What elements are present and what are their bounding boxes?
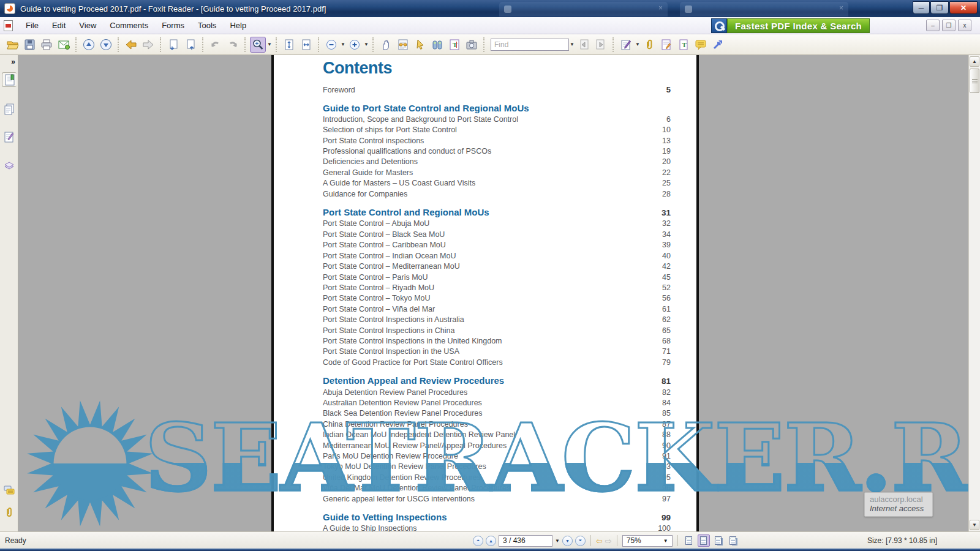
next-page-button[interactable]: ▼: [562, 536, 573, 546]
select-annotation-button[interactable]: [412, 37, 428, 53]
facing-layout-button[interactable]: [712, 534, 725, 547]
first-page-view-button[interactable]: [165, 37, 181, 53]
toc-row: Australian Detention Review Panel Proced…: [323, 398, 671, 408]
document-restore-button[interactable]: ❐: [942, 20, 956, 31]
zoom-tool-button[interactable]: [250, 37, 266, 53]
annotate-dropdown[interactable]: ▼: [635, 42, 641, 47]
last-page-view-button[interactable]: [183, 37, 198, 53]
toc-row: General Guide for Masters 22: [323, 168, 671, 178]
continuous-facing-layout-button[interactable]: [727, 534, 739, 547]
toc-entry-page: 81: [662, 376, 671, 386]
snapshot-button[interactable]: [464, 37, 480, 53]
previous-page-button[interactable]: ▲: [486, 536, 496, 546]
menu-item[interactable]: File: [19, 18, 45, 32]
sidebar-expand-icon[interactable]: »: [11, 58, 15, 66]
ghost-browser-tab: ×: [680, 2, 848, 17]
fit-width-button[interactable]: [298, 37, 314, 53]
scroll-down-button[interactable]: ▼: [970, 520, 979, 530]
zoom-tool-dropdown[interactable]: ▼: [266, 42, 273, 47]
page-number-field[interactable]: [499, 535, 552, 547]
next-page-button[interactable]: [98, 37, 114, 53]
toc-entry-label: Abuja Detention Review Panel Procedures: [323, 388, 473, 398]
find-dropdown[interactable]: ▼: [569, 42, 575, 47]
network-tooltip: aulaccorp.local Internet access: [864, 492, 933, 517]
select-text-button[interactable]: [395, 37, 411, 53]
toc-entry-label: United Kingdom Detention Review Procedur…: [323, 473, 487, 483]
toc-entry-label: Port State Control Inspections in Austra…: [323, 315, 470, 325]
save-button[interactable]: [21, 37, 37, 53]
undo-button[interactable]: [208, 37, 224, 53]
previous-page-button[interactable]: [81, 37, 97, 53]
text-viewer-button[interactable]: T: [447, 37, 462, 53]
zoom-level-field[interactable]: 75% ▼: [622, 535, 673, 547]
last-page-button[interactable]: ⏷: [575, 536, 586, 546]
hand-tool-button[interactable]: [378, 37, 394, 53]
restore-button[interactable]: ❐: [930, 1, 949, 14]
comment-bubble-button[interactable]: [693, 37, 709, 53]
print-button[interactable]: [39, 37, 55, 53]
attachments-panel-button[interactable]: [2, 505, 17, 520]
toc-entry-label: A Guide for Masters – US Coast Guard Vis…: [323, 178, 481, 189]
go-forward-button[interactable]: [140, 37, 156, 53]
attach-file-button[interactable]: [641, 37, 657, 53]
toc-entry-page: 85: [662, 408, 671, 419]
menu-item[interactable]: View: [72, 18, 103, 32]
typewriter-button[interactable]: T: [676, 37, 692, 53]
open-button[interactable]: [4, 37, 20, 53]
toc-entry-page: 62: [662, 315, 671, 325]
toc-row: Tokyo MoU Detention Review Panel Procedu…: [323, 462, 671, 472]
find-next-button[interactable]: [593, 37, 609, 53]
document-canvas[interactable]: Contents Foreword 5 Guide to Port State …: [18, 55, 968, 531]
redo-button[interactable]: [225, 37, 241, 53]
page-dropdown-icon[interactable]: ▼: [555, 538, 560, 544]
menu-item[interactable]: Tools: [191, 18, 223, 32]
document-close-button[interactable]: x: [958, 20, 971, 31]
toc-row: Port State Control inspections 13: [323, 136, 671, 146]
document-minimize-button[interactable]: –: [926, 20, 940, 31]
search-button[interactable]: [429, 37, 445, 53]
network-name: aulaccorp.local: [870, 495, 927, 504]
next-view-button[interactable]: ⇨: [605, 537, 612, 545]
scroll-up-button[interactable]: ▲: [970, 56, 979, 67]
zoom-in-button[interactable]: [347, 37, 363, 53]
email-button[interactable]: [56, 37, 72, 53]
go-back-button[interactable]: [123, 37, 139, 53]
minimize-button[interactable]: ─: [913, 1, 930, 14]
zoom-out-dropdown[interactable]: ▼: [340, 42, 346, 47]
vertical-scrollbar[interactable]: ▲ ▼: [968, 55, 980, 531]
fit-page-button[interactable]: [281, 37, 297, 53]
layers-panel-button[interactable]: [2, 158, 17, 173]
close-button[interactable]: ✕: [949, 1, 978, 14]
toc-row: Guidance for Companies 28: [323, 189, 671, 200]
share-arrow-button[interactable]: [710, 37, 726, 53]
zoom-in-dropdown[interactable]: ▼: [363, 42, 369, 47]
pages-panel-button[interactable]: [2, 102, 17, 116]
single-page-layout-button[interactable]: [683, 534, 695, 547]
find-input[interactable]: [491, 39, 569, 51]
toc-entry-label: China Detention Review Panel Procedures: [323, 419, 474, 430]
comments-panel-button[interactable]: [2, 130, 17, 144]
menu-item[interactable]: Help: [223, 18, 253, 32]
find-previous-button[interactable]: [576, 37, 592, 53]
zoom-out-button[interactable]: [323, 37, 339, 53]
continuous-layout-button[interactable]: [698, 534, 710, 547]
previous-view-button[interactable]: ⇦: [596, 537, 603, 545]
annotate-pen-button[interactable]: [618, 37, 634, 53]
toc-row: Black Sea Detention Review Panel Procedu…: [323, 408, 671, 419]
menu-item[interactable]: Forms: [155, 18, 191, 32]
toc-entry-label: Port State Control inspections: [323, 136, 430, 146]
toc-row: Port State Control Inspections in Austra…: [323, 315, 671, 325]
menu-item[interactable]: Comments: [103, 18, 155, 32]
scrollbar-thumb[interactable]: [970, 69, 979, 93]
menu-item[interactable]: Edit: [45, 18, 72, 32]
note-comment-button[interactable]: [658, 37, 674, 53]
bookmarks-panel-button[interactable]: [2, 72, 17, 87]
comment-popup-icon[interactable]: [2, 484, 17, 498]
toc-entry-page: 39: [662, 240, 671, 250]
zoom-dropdown-icon[interactable]: ▼: [663, 538, 668, 544]
toc-row: Port State Control and Regional MoUs 31: [323, 207, 671, 218]
toc-entry-label: Indian Ocean MoU Independent Detention R…: [323, 430, 521, 440]
first-page-button[interactable]: ⏶: [473, 536, 483, 546]
toc-entry-label: Port State Control Inspections in China: [323, 326, 461, 336]
plugin-banner[interactable]: Fastest PDF Index & Search: [711, 18, 870, 33]
